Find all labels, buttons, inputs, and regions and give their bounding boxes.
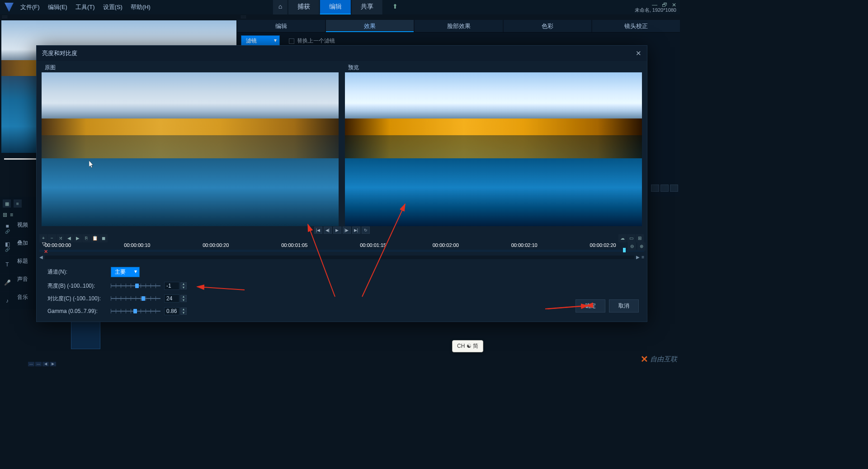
gamma-value[interactable]: 0.86 [164, 307, 179, 315]
gamma-label: Gamma (0.05..7.99): [47, 308, 111, 314]
contrast-spinner[interactable]: ▲▼ [180, 295, 187, 302]
gamma-spinner[interactable]: ▲▼ [180, 308, 187, 315]
properties-tabs: 编辑 效果 脸部效果 色彩 镜头校正 [237, 20, 680, 33]
brightness-spinner[interactable]: ▲▼ [180, 282, 187, 289]
track-video-label: 视频 [14, 219, 37, 237]
goto-start-button[interactable]: |◀ [314, 227, 322, 234]
original-image[interactable] [42, 72, 338, 226]
replace-filter-checkbox[interactable]: 替换上一个滤镜 [289, 37, 335, 45]
tab-home[interactable]: ⌂ [273, 0, 288, 14]
timeline-track[interactable] [39, 250, 644, 252]
view-icon-2[interactable] [660, 185, 669, 192]
tl-tick-7: 00:00:02:20 [590, 242, 616, 248]
ok-button[interactable]: 确定 [576, 299, 605, 313]
track-music[interactable]: ♪ 音乐 [0, 292, 37, 310]
keyframe-marker[interactable]: ✕ [44, 249, 48, 255]
dialog-timeline[interactable]: 00:00:00:00 ✕ 00:00:00:10 00:00:00:20 00… [39, 242, 644, 254]
contrast-label: 对比度(C) (-100..100): [47, 295, 111, 303]
track-video[interactable]: ■🔗 视频 [0, 219, 37, 237]
dialog-titlebar[interactable]: 亮度和对比度 ✕ [37, 46, 647, 61]
contrast-value[interactable]: 24 [164, 294, 179, 303]
kf-tool-8[interactable]: ◼ [99, 234, 108, 242]
tl-tick-6: 00:00:02:10 [511, 242, 538, 248]
bottom-scrollbar: — — ◀ ▶ [28, 362, 56, 366]
tl-scroll-right[interactable]: ▶ [636, 255, 640, 260]
timeline-scroll-row: ◀ ▶ ≡ [37, 254, 647, 261]
channel-dropdown[interactable]: 主要 [111, 267, 140, 277]
track-tool-icon-2[interactable]: ≡ [10, 212, 13, 218]
step-back-button[interactable]: ◀| [324, 227, 332, 234]
tl-tick-4: 00:00:01:15 [360, 242, 386, 248]
channel-row: 通道(N): 主要 [47, 267, 636, 277]
tab-capture[interactable]: 捕获 [288, 0, 319, 14]
watermark-x-icon: ✕ [641, 354, 648, 365]
track-overlay[interactable]: ◧🔗 叠加 [0, 237, 37, 256]
timeline-icon[interactable]: ≡ [14, 199, 22, 208]
menu-file[interactable]: 文件(F) [20, 3, 40, 11]
zoom-out-button[interactable]: ⊖ [628, 242, 636, 251]
gamma-slider[interactable] [111, 308, 160, 315]
dialog-image-row: 原图 预览 [37, 61, 647, 226]
checkbox-icon[interactable] [289, 38, 294, 44]
zoom-in-button[interactable]: ⊕ [637, 242, 646, 251]
tab-upload[interactable]: ⬆ [383, 0, 407, 14]
menu-settings[interactable]: 设置(S) [103, 3, 123, 11]
view-icon-1[interactable] [651, 185, 659, 192]
dialog-close-button[interactable]: ✕ [636, 49, 642, 57]
tab-share[interactable]: 共享 [352, 0, 382, 14]
bs-seg-2[interactable]: — [35, 362, 42, 366]
tl-tool-a[interactable]: ☁ [618, 234, 627, 242]
cursor-icon [89, 161, 94, 169]
props-tab-lens[interactable]: 镜头校正 [592, 20, 680, 32]
kf-goto-prev-button[interactable]: ◀ [65, 234, 73, 242]
menu-edit[interactable]: 编辑(E) [48, 3, 67, 11]
contrast-slider[interactable] [111, 295, 160, 302]
tl-scroll-left[interactable]: ◀ [39, 255, 43, 260]
menu-help[interactable]: 帮助(H) [131, 3, 151, 11]
loop-button[interactable]: ↻ [362, 227, 370, 234]
overlay-track-icon: ◧ [5, 241, 10, 247]
grip-dots-right[interactable]: :::::::: [237, 14, 246, 20]
grip-dots-left[interactable]: :::::::: [0, 14, 237, 20]
timeline-clip[interactable] [71, 321, 100, 349]
tl-tool-c[interactable]: ⊞ [636, 234, 644, 242]
replace-filter-label: 替换上一个滤镜 [297, 37, 335, 45]
kf-goto-next-button[interactable]: ▶ [74, 234, 82, 242]
tl-scroll-track[interactable] [45, 256, 634, 259]
play-button[interactable]: ▶ [333, 227, 341, 234]
dialog-controls: 通道(N): 主要 亮度(B) (-100..100): -1 ▲▼ 对比度(C… [37, 261, 647, 322]
props-tab-edit[interactable]: 编辑 [237, 20, 325, 32]
timeline-end-handle[interactable] [623, 248, 626, 252]
storyboard-icon[interactable]: ▦ [3, 199, 11, 208]
tab-edit[interactable]: 编辑 [320, 0, 351, 14]
view-icon-3[interactable] [670, 185, 678, 192]
track-sound[interactable]: 🎤 声音 [0, 274, 37, 292]
tl-tick-3: 00:00:01:05 [281, 242, 307, 248]
kf-copy-button[interactable]: ⎘ [82, 234, 90, 242]
preview-column: 预览 [342, 61, 645, 226]
brightness-slider[interactable] [111, 282, 160, 289]
bs-right-arrow[interactable]: ▶ [50, 362, 56, 366]
bs-left-arrow[interactable]: ◀ [42, 362, 49, 366]
menu-tools[interactable]: 工具(T) [75, 3, 95, 11]
track-sound-label: 声音 [14, 274, 37, 291]
goto-end-button[interactable]: ▶| [352, 227, 360, 234]
tl-tool-b[interactable]: ▭ [627, 234, 635, 242]
tl-tick-2: 00:00:00:20 [203, 242, 229, 248]
step-forward-button[interactable]: |▶ [343, 227, 351, 234]
kf-remove-button[interactable]: − [48, 234, 56, 242]
props-tab-face[interactable]: 脸部效果 [415, 20, 502, 32]
props-tab-color[interactable]: 色彩 [504, 20, 591, 32]
ime-badge[interactable]: CH ☯ 简 [452, 340, 483, 352]
props-tab-effect[interactable]: 效果 [326, 20, 414, 32]
brightness-value[interactable]: -1 [164, 282, 179, 290]
tl-options-button[interactable]: ≡ [642, 255, 644, 260]
preview-image[interactable] [345, 72, 642, 226]
track-title[interactable]: T 标题 [0, 256, 37, 274]
cancel-button[interactable]: 取消 [609, 299, 639, 313]
bs-seg-1[interactable]: — [28, 362, 34, 366]
timeline-playhead[interactable]: 00:00:00:00 [45, 242, 71, 248]
kf-reverse-button[interactable]: ⤭ [57, 234, 65, 242]
kf-paste-button[interactable]: 📋 [91, 234, 99, 242]
track-tool-icon[interactable]: ⊞ [3, 212, 7, 218]
